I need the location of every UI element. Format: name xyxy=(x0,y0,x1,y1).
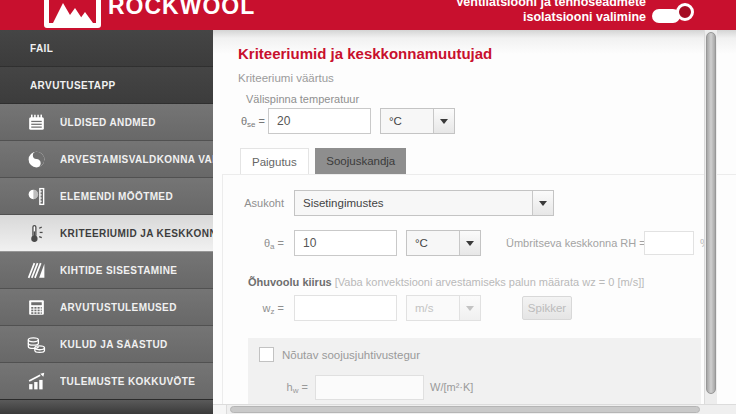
sidebar-item-label: ÜLDISED ANDMED xyxy=(60,117,156,128)
app-window: ROCKWOOL Ventilatsiooni ja tehnoseadmete… xyxy=(0,0,736,414)
chevron-down-icon xyxy=(459,231,480,255)
sidebar-item-arvutusetapp[interactable]: ARVUTUSETAPP xyxy=(0,67,213,104)
sidebar-item-label: KULUD JA SÄÄSTUD xyxy=(60,339,168,350)
dimensions-icon xyxy=(26,186,47,207)
coins-icon xyxy=(26,334,47,355)
hw-row: hw = W/[m²·K] xyxy=(248,375,701,400)
location-value: Sisetingimustes xyxy=(303,191,384,215)
chevron-down-icon xyxy=(532,191,553,215)
tab-soojuskandja[interactable]: Soojuskandja xyxy=(315,148,406,174)
humidity-label: Ümbritseva keskkonna RH = xyxy=(506,230,646,256)
calculator-icon xyxy=(26,297,47,318)
pipe-insulation-icon xyxy=(652,2,696,28)
sidebar-nav: FAIL ARVUTUSETAPP ÜLDISED ANDMED ARVESTA… xyxy=(0,30,213,414)
app-title-line1: Ventilatsiooni ja tehnoseadmete xyxy=(456,0,646,10)
page-title: Kriteeriumid ja keskkonnamuutujad xyxy=(238,45,492,62)
surface-temp-row: θse = °C xyxy=(213,108,736,134)
chart-arrow-icon xyxy=(26,371,47,392)
sidebar-item-fail[interactable]: FAIL xyxy=(0,30,213,67)
airflow-heading: Õhuvoolu kiirus [Vaba konvektsiooni arve… xyxy=(248,276,644,288)
sidebar-item-label: ARVESTAMISVALDKONNA VALIK xyxy=(60,154,213,165)
vertical-scrollbar-thumb[interactable] xyxy=(706,32,716,394)
airflow-unit-select[interactable]: m/s xyxy=(406,295,481,321)
ambient-temp-row: θa = °C Ümbritseva keskkonna RH = % xyxy=(223,230,736,256)
chevron-down-icon xyxy=(433,109,454,133)
tab-paigutus[interactable]: Paigutus xyxy=(240,148,309,174)
sphere-icon xyxy=(26,149,47,170)
sidebar-item-label: ARVUTUSTULEMUSED xyxy=(60,302,177,313)
sidebar-item-label: ELEMENDI MÕÕTMED xyxy=(60,191,173,202)
required-conductance-checkbox[interactable] xyxy=(259,347,274,362)
scrollbar-corner xyxy=(213,405,227,414)
logo-wordmark: ROCKWOOL xyxy=(108,0,255,20)
hw-unit: W/[m²·K] xyxy=(430,375,473,400)
layers-icon xyxy=(26,260,47,281)
airflow-heading-bold: Õhuvoolu kiirus xyxy=(248,276,332,288)
ambient-temp-unit-select[interactable]: °C xyxy=(406,230,481,256)
surface-temp-label: Välispinna temperatuur xyxy=(246,93,359,105)
unit-value: °C xyxy=(389,109,402,133)
sidebar-item-tulemuste-kokkuvote[interactable]: TULEMUSTE KOKKUVÕTE xyxy=(0,363,213,400)
unit-value: m/s xyxy=(415,296,434,320)
surface-temp-unit-select[interactable]: °C xyxy=(380,108,455,134)
app-title-line2: isolatsiooni valimine xyxy=(456,10,646,25)
location-row: Asukoht Sisetingimustes xyxy=(223,190,736,216)
sidebar-item-label: ARVUTUSETAPP xyxy=(30,80,116,91)
h-w-symbol: hw = xyxy=(268,375,308,403)
chevron-down-icon xyxy=(459,296,480,320)
sidebar-item-label: KRITEERIUMID JA KESKKONNAMUUTUJAD xyxy=(60,228,213,239)
criteria-section-label: Kriteeriumi väärtus xyxy=(238,72,334,84)
tab-panel: Asukoht Sisetingimustes θa = °C Ümbritse… xyxy=(222,174,736,414)
sidebar-item-uldised-andmed[interactable]: ÜLDISED ANDMED xyxy=(0,104,213,141)
main-content: Kriteeriumid ja keskkonnamuutujad Kritee… xyxy=(213,30,736,414)
humidity-input[interactable] xyxy=(644,231,694,255)
pipe-ring-shape xyxy=(676,3,694,21)
horizontal-scrollbar-thumb[interactable] xyxy=(230,406,700,413)
thermometer-icon xyxy=(26,223,47,244)
location-label: Asukoht xyxy=(223,190,284,216)
airflow-row: wz = m/s Spikker xyxy=(223,295,736,321)
unit-value: °C xyxy=(415,231,428,255)
ambient-temp-input[interactable] xyxy=(294,230,397,256)
app-title: Ventilatsiooni ja tehnoseadmete isolatsi… xyxy=(456,0,646,25)
horizontal-scrollbar[interactable] xyxy=(213,404,736,414)
sidebar-item-label: FAIL xyxy=(30,43,53,54)
spikker-helper-button[interactable]: Spikker xyxy=(522,296,572,320)
rockwool-logo-icon xyxy=(44,0,101,28)
tab-bar: Paigutus Soojuskandja xyxy=(240,148,406,175)
vertical-scrollbar[interactable] xyxy=(704,30,717,404)
required-conductance-box: Nõutav soojusjuhtivustegur hw = W/[m²·K] xyxy=(248,338,701,414)
top-header: ROCKWOOL Ventilatsiooni ja tehnoseadmete… xyxy=(0,0,736,30)
sidebar-item-label: TULEMUSTE KOKKUVÕTE xyxy=(60,376,195,387)
sidebar-item-elemendi-mootmed[interactable]: ELEMENDI MÕÕTMED xyxy=(0,178,213,215)
sidebar-item-kulud-ja-saastud[interactable]: KULUD JA SÄÄSTUD xyxy=(0,326,213,363)
sidebar-item-kihtide-sisestamine[interactable]: KIHTIDE SISESTAMINE xyxy=(0,252,213,289)
sidebar-item-kriteeriumid[interactable]: KRITEERIUMID JA KESKKONNAMUUTUJAD xyxy=(0,215,213,252)
sidebar-item-arvestamisvaldkonna-valik[interactable]: ARVESTAMISVALDKONNA VALIK xyxy=(0,141,213,178)
required-conductance-label: Nõutav soojusjuhtivustegur xyxy=(282,349,420,361)
hw-input[interactable] xyxy=(315,375,424,400)
location-select[interactable]: Sisetingimustes xyxy=(294,190,554,216)
sidebar-item-arvutustulemused[interactable]: ARVUTUSTULEMUSED xyxy=(0,289,213,326)
notebook-icon xyxy=(26,112,47,133)
sidebar-item-label: KIHTIDE SISESTAMINE xyxy=(60,265,177,276)
theta-se-symbol: θse = xyxy=(233,108,265,138)
sidebar-footer xyxy=(0,399,213,414)
airflow-input[interactable] xyxy=(294,295,397,321)
surface-temp-input[interactable] xyxy=(268,108,371,134)
airflow-note: [Vaba konvektsiooni arvestamiseks palun … xyxy=(335,276,644,288)
w-z-symbol: wz = xyxy=(223,295,284,325)
theta-a-symbol: θa = xyxy=(223,230,284,260)
